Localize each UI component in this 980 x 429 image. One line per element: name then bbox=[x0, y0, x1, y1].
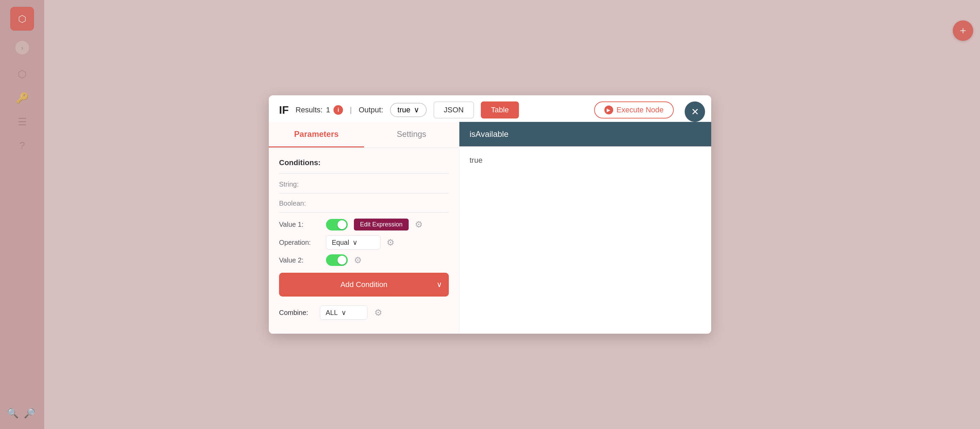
table-column-header: isAvailable bbox=[460, 122, 711, 147]
json-button[interactable]: JSON bbox=[434, 102, 474, 118]
results-count: 1 bbox=[326, 105, 330, 115]
modal-body: Parameters Settings Conditions: String: … bbox=[269, 122, 711, 334]
modal-topbar: IF Results: 1 i | Output: true ∨ JSON Ta… bbox=[269, 95, 711, 122]
info-icon: i bbox=[334, 105, 343, 115]
output-dropdown[interactable]: true ∨ bbox=[390, 103, 427, 117]
operation-label: Operation: bbox=[279, 239, 320, 247]
left-panel: Parameters Settings Conditions: String: … bbox=[269, 122, 460, 334]
combine-chevron-icon: ∨ bbox=[341, 308, 347, 317]
operation-row: Operation: Equal ∨ ⚙ bbox=[279, 235, 449, 250]
operation-gear-icon[interactable]: ⚙ bbox=[387, 237, 395, 248]
value2-label: Value 2: bbox=[279, 257, 320, 264]
modal: IF Results: 1 i | Output: true ∨ JSON Ta… bbox=[269, 95, 711, 334]
tab-settings[interactable]: Settings bbox=[364, 122, 460, 147]
execute-label: Execute Node bbox=[617, 105, 663, 115]
results-label: Results: bbox=[295, 105, 322, 115]
tabs: Parameters Settings bbox=[269, 122, 459, 148]
value1-label: Value 1: bbox=[279, 221, 320, 228]
edit-expression-button[interactable]: Edit Expression bbox=[354, 218, 409, 231]
boolean-divider bbox=[279, 212, 449, 212]
value1-gear-icon[interactable]: ⚙ bbox=[415, 219, 423, 230]
operation-select[interactable]: Equal ∨ bbox=[326, 235, 380, 250]
execute-node-button[interactable]: ▶ Execute Node bbox=[594, 102, 674, 118]
add-condition-chevron-icon: ∨ bbox=[437, 280, 442, 289]
results-info: Results: 1 i bbox=[295, 105, 343, 115]
value2-row: Value 2: ⚙ bbox=[279, 254, 449, 266]
play-icon: ▶ bbox=[605, 105, 613, 115]
combine-value: ALL bbox=[326, 309, 338, 317]
modal-overlay: IF Results: 1 i | Output: true ∨ JSON Ta… bbox=[0, 0, 980, 429]
string-label: String: bbox=[279, 180, 449, 188]
operation-chevron-icon: ∨ bbox=[353, 238, 358, 247]
conditions-divider bbox=[279, 173, 449, 174]
string-divider bbox=[279, 193, 449, 193]
output-value: true bbox=[398, 105, 410, 115]
combine-select[interactable]: ALL ∨ bbox=[320, 305, 368, 320]
close-button[interactable]: ✕ bbox=[685, 102, 705, 122]
table-cell-value: true bbox=[469, 156, 482, 164]
value1-toggle[interactable] bbox=[326, 219, 348, 231]
conditions-label: Conditions: bbox=[279, 158, 449, 167]
output-chevron-icon: ∨ bbox=[414, 105, 419, 115]
output-label: Output: bbox=[359, 105, 383, 115]
boolean-label: Boolean: bbox=[279, 199, 449, 207]
value2-toggle[interactable] bbox=[326, 254, 348, 266]
combine-row: Combine: ALL ∨ ⚙ bbox=[279, 305, 449, 320]
modal-title: IF bbox=[279, 104, 288, 116]
combine-label: Combine: bbox=[279, 309, 313, 317]
combine-gear-icon[interactable]: ⚙ bbox=[374, 308, 382, 318]
tab-parameters[interactable]: Parameters bbox=[269, 122, 364, 147]
table-body: true bbox=[460, 147, 711, 174]
separator: | bbox=[350, 105, 352, 115]
value2-gear-icon[interactable]: ⚙ bbox=[354, 255, 362, 266]
add-condition-button[interactable]: Add Condition ∨ bbox=[279, 273, 449, 297]
panel-content: Conditions: String: Boolean: Value 1: Ed… bbox=[269, 148, 459, 330]
table-button[interactable]: Table bbox=[481, 102, 519, 118]
operation-value: Equal bbox=[332, 239, 349, 247]
add-condition-label: Add Condition bbox=[340, 280, 387, 289]
value1-row: Value 1: Edit Expression ⚙ bbox=[279, 218, 449, 231]
close-icon: ✕ bbox=[691, 106, 699, 118]
right-panel: isAvailable true bbox=[460, 122, 711, 334]
